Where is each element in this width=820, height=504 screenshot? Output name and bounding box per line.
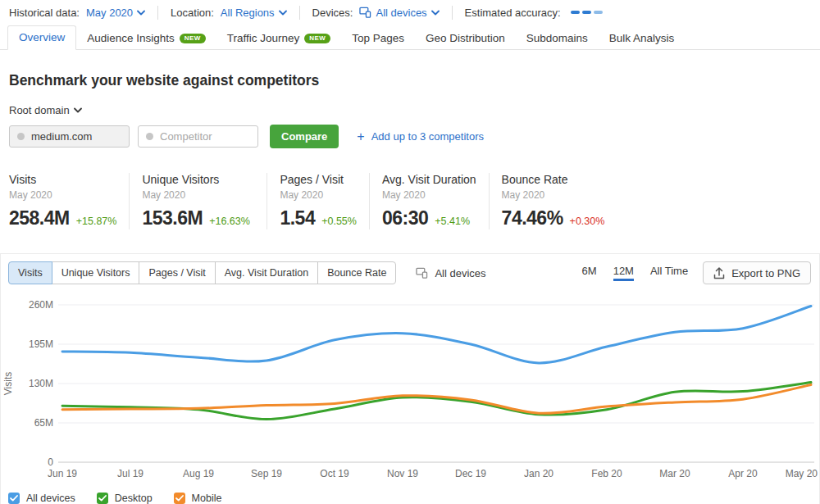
metric-value: 06:30 [382, 207, 428, 229]
chevron-down-icon [279, 10, 287, 16]
metric-title: Bounce Rate [502, 173, 605, 186]
accuracy-dash [571, 11, 580, 14]
domain-dot-icon [146, 133, 153, 140]
devices-icon [416, 267, 428, 279]
chart-controls: Visits Unique Visitors Pages / Visit Avg… [1, 261, 819, 284]
device-filter-label: All devices [435, 267, 485, 279]
plus-icon: + [357, 130, 364, 143]
x-tick-label: Jul 19 [117, 468, 144, 479]
metric-segmented-control: Visits Unique Visitors Pages / Visit Avg… [8, 261, 396, 284]
metric-value: 1.54 [280, 207, 315, 229]
y-axis-title: Visits [2, 372, 14, 395]
segment-visits[interactable]: Visits [8, 261, 52, 284]
x-tick-label: Mar 20 [659, 468, 690, 479]
metric-period: May 2020 [142, 189, 254, 201]
tab-label: Subdomains [526, 32, 588, 44]
metric-title: Avg. Visit Duration [382, 173, 476, 186]
y-tick-label: 65M [34, 417, 53, 429]
traffic-trend-card: Visits Unique Visitors Pages / Visit Avg… [0, 253, 820, 504]
checkbox-checked-icon[interactable] [97, 493, 108, 504]
compare-row: medium.com Compare + Add up to 3 competi… [9, 125, 811, 148]
metric-visits: Visits May 2020 258.4M +15.87% [9, 173, 130, 229]
export-icon [713, 267, 725, 279]
checkbox-checked-icon[interactable] [174, 493, 185, 504]
tab-bulk-analysis[interactable]: Bulk Analysis [599, 27, 686, 50]
metric-title: Pages / Visit [280, 173, 357, 186]
page-title: Benchmark your website against competito… [9, 72, 811, 89]
top-filter-bar: Historical data: May 2020 Location: All … [0, 0, 820, 25]
metric-delta: +0.30% [570, 216, 605, 227]
metric-period: May 2020 [502, 189, 605, 201]
legend-label: Desktop [115, 493, 153, 504]
range-12m[interactable]: 12M [613, 265, 634, 281]
metric-value: 153.6M [142, 207, 203, 229]
add-competitors-label: Add up to 3 competitors [371, 130, 484, 143]
devices-value: All devices [376, 7, 426, 19]
range-6m[interactable]: 6M [582, 265, 597, 281]
x-tick-label: Oct 19 [320, 468, 349, 479]
competitor-field-wrap [138, 125, 258, 148]
y-tick-label: 0 [48, 456, 53, 468]
device-filter[interactable]: All devices [416, 267, 485, 279]
legend-all-devices[interactable]: All devices [8, 493, 75, 504]
visits-line-chart[interactable]: 065M130M195M260MVisitsJun 19Jul 19Aug 19… [1, 286, 819, 491]
x-tick-label: Aug 19 [183, 468, 214, 479]
competitor-input[interactable] [160, 130, 250, 143]
chart-legend: All devices Desktop Mobile [1, 491, 819, 504]
checkbox-checked-icon[interactable] [8, 493, 20, 504]
metric-period: May 2020 [9, 189, 116, 201]
metric-period: May 2020 [382, 189, 476, 201]
metric-delta: +5.41% [435, 216, 470, 227]
metrics-row: Visits May 2020 258.4M +15.87% Unique Vi… [9, 173, 811, 229]
tab-top-pages[interactable]: Top Pages [341, 27, 415, 50]
chevron-down-icon [431, 10, 440, 16]
series-line-all-devices [62, 306, 811, 363]
main-domain-field[interactable]: medium.com [9, 125, 130, 148]
segment-avg-visit-duration[interactable]: Avg. Visit Duration [215, 261, 318, 284]
x-tick-label: Dec 19 [455, 468, 486, 479]
metric-bounce-rate: Bounce Rate May 2020 74.46% +0.30% [502, 173, 617, 229]
historical-data-dropdown[interactable]: May 2020 [86, 7, 145, 19]
tab-geo-distribution[interactable]: Geo Distribution [415, 27, 516, 50]
accuracy-meter-icon [571, 11, 603, 14]
segment-unique-visitors[interactable]: Unique Visitors [52, 261, 140, 284]
segment-pages-per-visit[interactable]: Pages / Visit [139, 261, 215, 284]
main-domain-value: medium.com [31, 130, 92, 143]
metric-period: May 2020 [280, 189, 357, 201]
tab-overview[interactable]: Overview [7, 25, 76, 50]
segment-bounce-rate[interactable]: Bounce Rate [317, 261, 396, 284]
tab-audience-insights[interactable]: Audience Insights NEW [76, 27, 216, 50]
accuracy-dash [582, 11, 591, 14]
location-value: All Regions [221, 7, 275, 19]
metric-avg-visit-duration: Avg. Visit Duration May 2020 06:30 +5.41… [382, 173, 490, 229]
y-tick-label: 260M [29, 299, 53, 311]
divider [157, 6, 158, 20]
tab-label: Bulk Analysis [609, 32, 675, 44]
metric-delta: +16.63% [209, 216, 250, 227]
tab-subdomains[interactable]: Subdomains [516, 27, 599, 50]
range-all-time[interactable]: All Time [650, 265, 688, 281]
chevron-down-icon [137, 10, 145, 16]
metric-unique-visitors: Unique Visitors May 2020 153.6M +16.63% [142, 173, 267, 229]
legend-desktop[interactable]: Desktop [97, 493, 153, 504]
divider [452, 6, 453, 20]
tab-label: Overview [19, 31, 65, 43]
new-badge: NEW [304, 34, 330, 43]
export-to-png-button[interactable]: Export to PNG [703, 261, 811, 284]
tab-label: Audience Insights [87, 32, 175, 44]
tab-label: Top Pages [352, 32, 404, 44]
metric-title: Visits [9, 173, 116, 186]
add-competitors-link[interactable]: + Add up to 3 competitors [357, 130, 484, 143]
tab-traffic-journey[interactable]: Traffic Journey NEW [216, 27, 341, 50]
devices-label: Devices: [312, 7, 353, 19]
export-button-label: Export to PNG [731, 267, 800, 279]
devices-dropdown[interactable]: All devices [359, 7, 439, 19]
compare-button[interactable]: Compare [270, 125, 339, 148]
chevron-down-icon [74, 107, 82, 113]
legend-mobile[interactable]: Mobile [174, 493, 222, 504]
location-dropdown[interactable]: All Regions [221, 7, 287, 19]
domain-dot-icon [17, 133, 25, 140]
x-tick-label: Jan 20 [524, 468, 554, 479]
root-domain-dropdown[interactable]: Root domain [9, 104, 82, 116]
metric-delta: +15.87% [76, 216, 117, 227]
